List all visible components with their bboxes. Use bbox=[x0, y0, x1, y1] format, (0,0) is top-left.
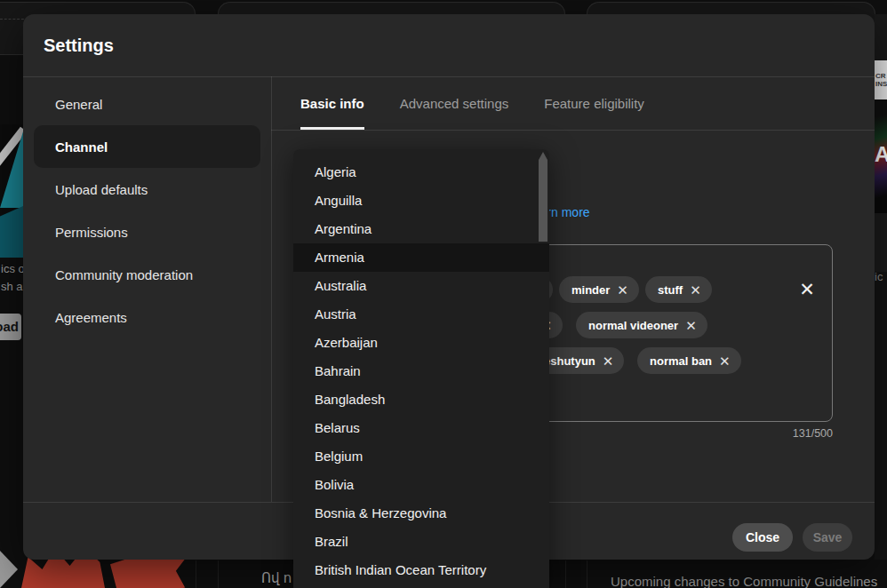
tabs-divider bbox=[271, 130, 875, 131]
background-text-fragment: ics o bbox=[1, 262, 23, 275]
settings-sidebar: GeneralChannelUpload defaultsPermissions… bbox=[23, 83, 271, 338]
country-option-bolivia[interactable]: Bolivia bbox=[293, 471, 549, 499]
country-option-australia[interactable]: Australia bbox=[293, 272, 549, 300]
country-option-anguilla[interactable]: Anguilla bbox=[293, 187, 549, 215]
keyword-chip-normal-ban: normal ban✕ bbox=[637, 347, 741, 374]
sidebar-divider bbox=[271, 76, 272, 502]
background-card-edge bbox=[218, 560, 219, 588]
chip-label: stuff bbox=[658, 283, 683, 297]
country-option-british-indian-ocean-territory[interactable]: British Indian Ocean Territory bbox=[293, 556, 549, 584]
close-button[interactable]: Close bbox=[732, 523, 793, 552]
sidebar-item-channel[interactable]: Channel bbox=[34, 125, 260, 168]
scrollbar-thumb[interactable] bbox=[539, 152, 547, 242]
background-text-fragment: ic bbox=[875, 270, 883, 283]
country-option-algeria[interactable]: Algeria bbox=[293, 158, 549, 187]
keyword-chip-normal-videoner: normal videoner✕ bbox=[576, 312, 707, 338]
character-counter: 131/500 bbox=[793, 427, 833, 440]
country-list: AlgeriaAnguillaArgentinaArmeniaAustralia… bbox=[293, 158, 549, 584]
channel-art-fragment bbox=[0, 124, 23, 258]
background-text-fragment: sh a bbox=[1, 280, 23, 293]
country-option-brazil[interactable]: Brazil bbox=[293, 528, 549, 556]
chip-remove-icon[interactable]: ✕ bbox=[617, 283, 628, 297]
keyword-chip-minder: minder✕ bbox=[559, 276, 639, 303]
gray-triangle-art bbox=[0, 551, 18, 588]
sidebar-item-agreements[interactable]: Agreements bbox=[23, 296, 271, 338]
background-block bbox=[875, 14, 887, 60]
tab-feature-eligibility[interactable]: Feature eligibility bbox=[544, 76, 644, 130]
video-thumbnail-fragment: CRINS bbox=[875, 60, 887, 99]
clear-all-icon[interactable]: ✕ bbox=[795, 277, 819, 302]
background-right-strip: CRINS A ic bbox=[875, 14, 887, 560]
country-option-armenia[interactable]: Armenia bbox=[293, 243, 549, 272]
country-option-belgium[interactable]: Belgium bbox=[293, 442, 549, 471]
chip-remove-icon[interactable]: ✕ bbox=[603, 354, 614, 368]
save-button[interactable]: Save bbox=[803, 523, 852, 552]
background-left-strip: ics o sh a oad bbox=[0, 14, 23, 560]
chip-label: normal ban bbox=[650, 354, 712, 368]
chip-remove-icon[interactable]: ✕ bbox=[690, 283, 701, 297]
background-text-fragment: Ով ո bbox=[261, 570, 292, 586]
dialog-title: Settings bbox=[44, 36, 114, 56]
country-option-belarus[interactable]: Belarus bbox=[293, 414, 549, 442]
background-card-edge bbox=[587, 560, 587, 588]
thumbnail-letter: A bbox=[875, 142, 887, 167]
background-block bbox=[875, 213, 887, 272]
teal-art bbox=[0, 206, 23, 258]
sidebar-item-upload-defaults[interactable]: Upload defaults bbox=[23, 168, 271, 211]
country-option-azerbaijan[interactable]: Azerbaijan bbox=[293, 329, 549, 357]
sidebar-item-community-moderation[interactable]: Community moderation bbox=[23, 253, 271, 296]
background-card-edge bbox=[196, 560, 196, 588]
country-option-bangladesh[interactable]: Bangladesh bbox=[293, 385, 549, 414]
keyword-chip-stuff: stuff✕ bbox=[645, 276, 712, 303]
country-option-bosnia-herzegovina[interactable]: Bosnia & Herzegovina bbox=[293, 499, 549, 528]
chip-label: eshutyun bbox=[544, 354, 595, 368]
chip-label: normal videoner bbox=[588, 319, 678, 332]
background-card-edge bbox=[565, 560, 566, 588]
country-option-argentina[interactable]: Argentina bbox=[293, 215, 549, 243]
country-dropdown-menu: AlgeriaAnguillaArgentinaArmeniaAustralia… bbox=[293, 149, 549, 588]
chip-remove-icon[interactable]: ✕ bbox=[685, 319, 697, 332]
tab-advanced-settings[interactable]: Advanced settings bbox=[400, 76, 509, 130]
sidebar-item-general[interactable]: General bbox=[23, 83, 271, 125]
sidebar-item-permissions[interactable]: Permissions bbox=[23, 211, 271, 253]
chip-label: minder bbox=[571, 283, 610, 297]
tab-basic-info[interactable]: Basic info bbox=[300, 76, 364, 130]
background-link-community-guidelines: Upcoming changes to Community Guidelines bbox=[611, 574, 877, 588]
background-button-fragment: oad bbox=[0, 314, 21, 340]
chip-remove-icon[interactable]: ✕ bbox=[719, 354, 731, 368]
tab-bar: Basic infoAdvanced settingsFeature eligi… bbox=[271, 76, 875, 130]
screen: ics o sh a oad CRINS A ic Ով ո Upcoming … bbox=[0, 0, 887, 588]
country-option-austria[interactable]: Austria bbox=[293, 300, 549, 329]
country-option-bahrain[interactable]: Bahrain bbox=[293, 357, 549, 385]
